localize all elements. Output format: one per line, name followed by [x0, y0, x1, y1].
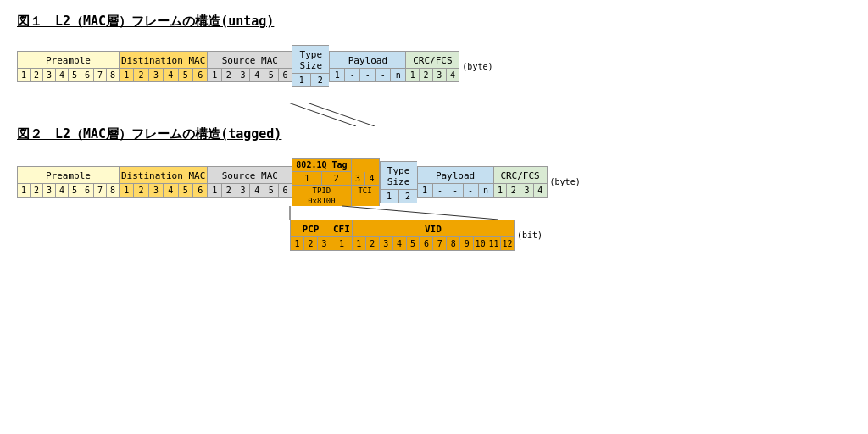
preamble-group: Preamble 1 2 3 4 5 6 7 8 [17, 51, 119, 82]
nc: 4 [164, 184, 178, 197]
crc-numbers2: 1 2 3 4 [494, 184, 547, 197]
preamble-numbers2: 1 2 3 4 5 6 7 8 [18, 184, 119, 197]
crc-group2: CRC/FCS 1 2 3 4 [493, 166, 548, 198]
nc: 2 [322, 172, 351, 185]
num-cell: n [391, 69, 405, 81]
nc: 1 [353, 237, 366, 250]
pcp-group: PCP 1 2 3 [290, 220, 331, 251]
num-cell: 5 [179, 69, 193, 81]
dest-mac-label2: Distination MAC [120, 167, 207, 184]
8021q-header: 802.1Q Tag [292, 159, 350, 172]
nc: 3 [380, 237, 393, 250]
dest-mac-numbers: 1 2 3 4 5 6 [120, 69, 207, 81]
tci-group: Tag 3 4 TCI [352, 159, 379, 206]
crc-label: CRC/FCS [406, 52, 459, 69]
preamble-label: Preamble [18, 52, 119, 69]
num-cell: 1 [18, 69, 31, 81]
nc: 11 [487, 237, 501, 250]
nc: - [464, 184, 479, 197]
nc: 2 [399, 190, 417, 203]
byte-label-1: (byte) [462, 62, 492, 71]
nc: 6 [193, 184, 207, 197]
type-size-label: Type Size [292, 46, 329, 74]
expansion-row: PCP 1 2 3 CFI 1 VID 1 2 3 4 5 6 7 [290, 220, 851, 251]
vid-group: VID 1 2 3 4 5 6 7 8 9 10 11 12 [352, 220, 515, 251]
nc: 4 [250, 184, 264, 197]
cfi-numbers: 1 [331, 237, 352, 250]
preamble-numbers: 1 2 3 4 5 6 7 8 [18, 69, 119, 81]
tpid-cells: 1 2 [292, 172, 350, 185]
frame1-wrapper: Preamble 1 2 3 4 5 6 7 8 Distination MAC… [17, 45, 851, 87]
nc: n [479, 184, 493, 197]
num-cell: 2 [134, 69, 148, 81]
figure1: 図１ L2（MAC層）フレームの構造(untag) Preamble 1 2 3… [17, 14, 851, 87]
dest-mac-numbers2: 1 2 3 4 5 6 [120, 184, 207, 197]
frame2-wrapper: Preamble 1 2 3 4 5 6 7 8 Distination MAC… [17, 158, 851, 206]
nc: 2 [31, 184, 43, 197]
nc: 1 [494, 184, 508, 197]
nc: 3 [520, 184, 534, 197]
num-cell: 3 [433, 69, 447, 81]
connector-area [17, 103, 851, 126]
nc: - [448, 184, 464, 197]
svg-line-1 [307, 103, 375, 126]
num-cell: 8 [107, 69, 119, 81]
src-mac-label2: Source MAC [208, 167, 292, 184]
nc: 8 [447, 237, 460, 250]
nc: 7 [94, 184, 107, 197]
num-cell: - [345, 69, 360, 81]
nc: 1 [120, 184, 134, 197]
num-cell: 3 [236, 69, 251, 81]
num-cell: 3 [43, 69, 56, 81]
nc: 1 [381, 190, 399, 203]
src-mac-label: Source MAC [208, 52, 292, 69]
num-cell: 2 [311, 74, 329, 86]
nc: 3 [43, 184, 56, 197]
crc-label2: CRC/FCS [494, 167, 547, 184]
num-cell: 7 [94, 69, 107, 81]
crc-numbers: 1 2 3 4 [406, 69, 459, 81]
nc: 5 [407, 237, 420, 250]
nc: 3 [236, 184, 251, 197]
expansion-connector [288, 206, 851, 220]
num-cell: 1 [208, 69, 222, 81]
nc: 3 [352, 172, 365, 185]
nc: 2 [134, 184, 148, 197]
pcp-numbers: 1 2 3 [291, 237, 331, 250]
num-cell: - [376, 69, 391, 81]
nc: 8 [107, 184, 119, 197]
tci-spacer [352, 196, 379, 206]
type-size-group2: Type Size 1 2 [380, 161, 417, 203]
num-cell: 1 [330, 69, 345, 81]
svg-line-0 [288, 103, 356, 126]
nc: 4 [534, 184, 547, 197]
dest-mac-group: Distination MAC 1 2 3 4 5 6 [119, 51, 207, 82]
nc: 2 [507, 184, 520, 197]
payload-label2: Payload [418, 167, 493, 184]
num-cell: 6 [279, 69, 292, 81]
num-cell: 6 [193, 69, 207, 81]
nc: 2 [304, 237, 318, 250]
nc: 4 [56, 184, 69, 197]
tpid-group: 802.1Q Tag 1 2 TPID 0x8100 [292, 159, 351, 206]
nc: 4 [393, 237, 407, 250]
tpid-label: TPID [292, 185, 350, 196]
nc: 6 [81, 184, 94, 197]
src-mac-numbers: 1 2 3 4 5 6 [208, 69, 292, 81]
crc-group: CRC/FCS 1 2 3 4 [405, 51, 459, 82]
nc: 7 [433, 237, 447, 250]
num-cell: 1 [406, 69, 420, 81]
connector-svg [280, 103, 788, 126]
type-size-numbers2: 1 2 [381, 190, 417, 203]
src-mac-group: Source MAC 1 2 3 4 5 6 [207, 51, 292, 82]
nc: 3 [318, 237, 331, 250]
payload-group: Payload 1 - - - n [329, 51, 405, 82]
num-cell: - [360, 69, 376, 81]
num-cell: 5 [264, 69, 279, 81]
num-cell: 2 [31, 69, 43, 81]
figure2-title: 図２ L2（MAC層）フレームの構造(tagged) [17, 126, 851, 142]
payload-label: Payload [330, 52, 405, 69]
nc: 5 [69, 184, 81, 197]
nc: 1 [18, 184, 31, 197]
cfi-label: CFI [331, 220, 352, 237]
